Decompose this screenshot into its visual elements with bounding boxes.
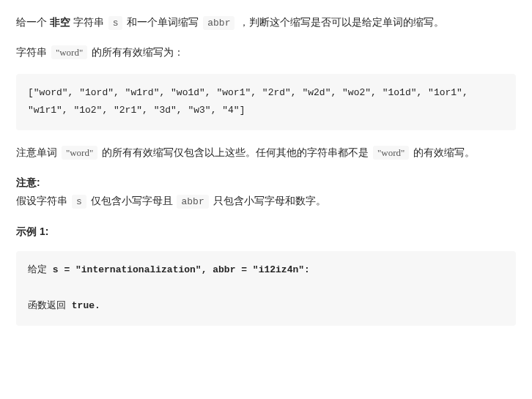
text: 的所有有效缩写为： [89,46,184,58]
inline-code-abbr: abbr [177,195,208,209]
notice-paragraph-1: 注意单词 "word" 的所有有效缩写仅包含以上这些。任何其他的字符串都不是 "… [16,143,516,162]
text: 字符串 [70,16,107,28]
text: 的所有有效缩写仅包含以上这些。任何其他的字符串都不是 [99,146,372,158]
problem-description: 给一个 非空 字符串 s 和一个单词缩写 abbr ，判断这个缩写是否可以是给定… [0,0,532,339]
inline-code-word: "word" [373,146,409,160]
bold-text: true. [72,300,100,311]
example-label: 示例 1: [16,223,516,241]
text: 只包含小写字母和数字。 [210,195,326,206]
text: 注意单词 [16,146,60,158]
text: 和一个单词缩写 [124,16,202,28]
text: 给一个 [16,16,50,28]
example-block: 给定 s = "internationalization", abbr = "i… [16,251,516,326]
bold-text: 非空 [50,16,70,28]
valid-abbr-paragraph: 字符串 "word" 的所有有效缩写为： [16,43,516,61]
intro-paragraph: 给一个 非空 字符串 s 和一个单词缩写 abbr ，判断这个缩写是否可以是给定… [16,13,516,31]
text: 的有效缩写。 [410,146,475,158]
text: 假设字符串 [16,195,70,206]
text: 字符串 [16,46,50,58]
text: 函数返回 [28,300,72,311]
inline-code-s: s [72,195,86,209]
bold-text: s = "internationalization", abbr = "i12i… [53,264,310,275]
text: 给定 [28,264,53,275]
abbreviation-list-block: ["word", "1ord", "w1rd", "wo1d", "wor1",… [16,74,516,130]
inline-code-word: "word" [51,45,87,59]
inline-code-s: s [108,16,123,30]
inline-code-abbr: abbr [203,16,234,30]
notice-label: 注意: [16,176,40,188]
text: ，判断这个缩写是否可以是给定单词的缩写。 [236,16,444,28]
inline-code-word: "word" [62,146,97,160]
notice-section: 注意: 假设字符串 s 仅包含小写字母且 abbr 只包含小写字母和数字。 [16,174,516,211]
text: 仅包含小写字母且 [88,195,176,206]
